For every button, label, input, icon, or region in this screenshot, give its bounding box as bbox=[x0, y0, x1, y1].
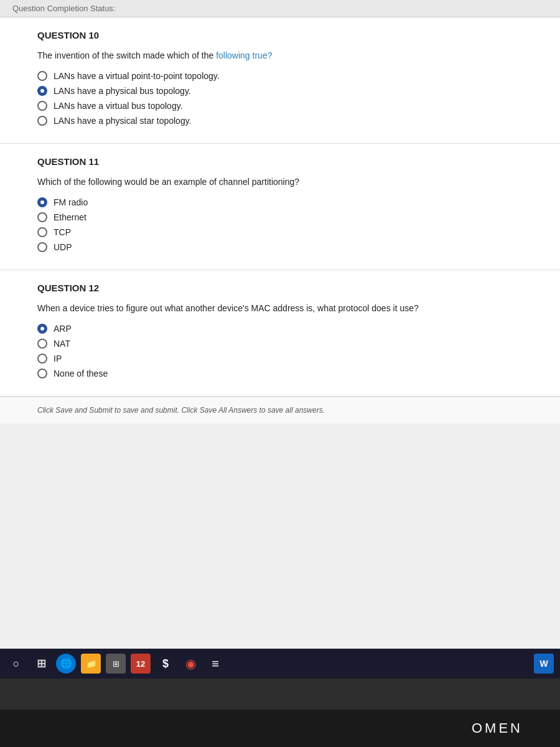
question-12-title: QUESTION 12 bbox=[37, 283, 523, 293]
q12-option-2[interactable]: NAT bbox=[37, 339, 523, 349]
q12-radio-4[interactable] bbox=[37, 369, 47, 378]
q10-radio-2[interactable] bbox=[37, 86, 47, 96]
question-10-options: LANs have a virtual point-to-point topol… bbox=[37, 71, 523, 126]
header-bar: Question Completion Status: bbox=[0, 0, 560, 17]
taskbar-cortana-icon[interactable]: ⊞ bbox=[31, 654, 51, 674]
q12-label-2: NAT bbox=[54, 339, 70, 349]
omen-logo: OMEN bbox=[472, 720, 523, 736]
q10-option-2[interactable]: LANs have a physical bus topology. bbox=[37, 86, 523, 96]
q10-radio-3[interactable] bbox=[37, 101, 47, 111]
taskbar-num12-icon[interactable]: 12 bbox=[131, 654, 151, 674]
question-10-block: QUESTION 10 The invention of the switch … bbox=[0, 17, 560, 144]
footer-text: Click Save and Submit to save and submit… bbox=[37, 406, 325, 415]
question-11-block: QUESTION 11 Which of the following would… bbox=[0, 144, 560, 270]
q11-radio-4[interactable] bbox=[37, 242, 47, 252]
taskbar-search-icon[interactable]: ○ bbox=[6, 654, 26, 674]
bottom-bg: OMEN bbox=[0, 679, 560, 747]
main-content: Question Completion Status: QUESTION 10 … bbox=[0, 0, 560, 679]
q12-option-3[interactable]: IP bbox=[37, 354, 523, 364]
question-10-text: The invention of the switch made which o… bbox=[37, 49, 523, 62]
q10-label-4: LANs have a physical star topology. bbox=[54, 116, 192, 126]
taskbar-record-icon[interactable]: ◉ bbox=[180, 654, 200, 674]
q11-option-2[interactable]: Ethernet bbox=[37, 212, 523, 222]
q11-radio-3[interactable] bbox=[37, 227, 47, 237]
q11-option-1[interactable]: FM radio bbox=[37, 197, 523, 207]
question-12-options: ARP NAT IP None of these bbox=[37, 324, 523, 378]
q11-option-4[interactable]: UDP bbox=[37, 242, 523, 252]
q12-label-1: ARP bbox=[54, 324, 72, 334]
taskbar-edge-icon[interactable]: 🌐 bbox=[56, 654, 76, 674]
q11-radio-2[interactable] bbox=[37, 212, 47, 222]
taskbar-dollar-icon[interactable]: $ bbox=[156, 654, 175, 674]
header-text: Question Completion Status: bbox=[12, 4, 115, 13]
q12-label-3: IP bbox=[54, 354, 62, 364]
taskbar-folder-icon[interactable]: 📁 bbox=[81, 654, 101, 674]
q11-label-2: Ethernet bbox=[54, 212, 86, 222]
q11-option-3[interactable]: TCP bbox=[37, 227, 523, 237]
omen-bar: OMEN bbox=[0, 710, 560, 747]
taskbar-grid-icon[interactable]: ⊞ bbox=[106, 654, 126, 674]
taskbar-w-icon[interactable]: W bbox=[534, 654, 554, 674]
question-10-title: QUESTION 10 bbox=[37, 30, 523, 40]
q10-option-4[interactable]: LANs have a physical star topology. bbox=[37, 116, 523, 126]
question-container: QUESTION 10 The invention of the switch … bbox=[0, 17, 560, 397]
question-11-title: QUESTION 11 bbox=[37, 156, 523, 167]
q10-option-1[interactable]: LANs have a virtual point-to-point topol… bbox=[37, 71, 523, 81]
q12-radio-2[interactable] bbox=[37, 339, 47, 349]
question-12-block: QUESTION 12 When a device tries to figur… bbox=[0, 270, 560, 397]
taskbar: ○ ⊞ 🌐 📁 ⊞ 12 $ ◉ ≡ W bbox=[0, 649, 560, 679]
q11-label-3: TCP bbox=[54, 227, 71, 237]
q10-label-1: LANs have a virtual point-to-point topol… bbox=[54, 71, 220, 81]
question-11-options: FM radio Ethernet TCP UDP bbox=[37, 197, 523, 252]
q12-radio-3[interactable] bbox=[37, 354, 47, 364]
highlight-following-true: following true? bbox=[216, 50, 272, 60]
question-11-text: Which of the following would be an examp… bbox=[37, 176, 523, 189]
question-12-text: When a device tries to figure out what a… bbox=[37, 302, 523, 315]
q11-label-4: UDP bbox=[54, 242, 72, 252]
q10-label-3: LANs have a virtual bus topology. bbox=[54, 101, 183, 111]
q10-radio-1[interactable] bbox=[37, 71, 47, 81]
q10-label-2: LANs have a physical bus topology. bbox=[54, 86, 191, 96]
q10-radio-4[interactable] bbox=[37, 116, 47, 126]
q12-label-4: None of these bbox=[54, 369, 108, 378]
q10-option-3[interactable]: LANs have a virtual bus topology. bbox=[37, 101, 523, 111]
taskbar-lines-icon[interactable]: ≡ bbox=[205, 654, 225, 674]
q12-option-1[interactable]: ARP bbox=[37, 324, 523, 334]
q11-label-1: FM radio bbox=[54, 197, 88, 207]
omen-text: OMEN bbox=[472, 720, 523, 736]
footer-bar: Click Save and Submit to save and submit… bbox=[0, 397, 560, 423]
q11-radio-1[interactable] bbox=[37, 197, 47, 207]
q12-radio-1[interactable] bbox=[37, 324, 47, 334]
q12-option-4[interactable]: None of these bbox=[37, 369, 523, 378]
